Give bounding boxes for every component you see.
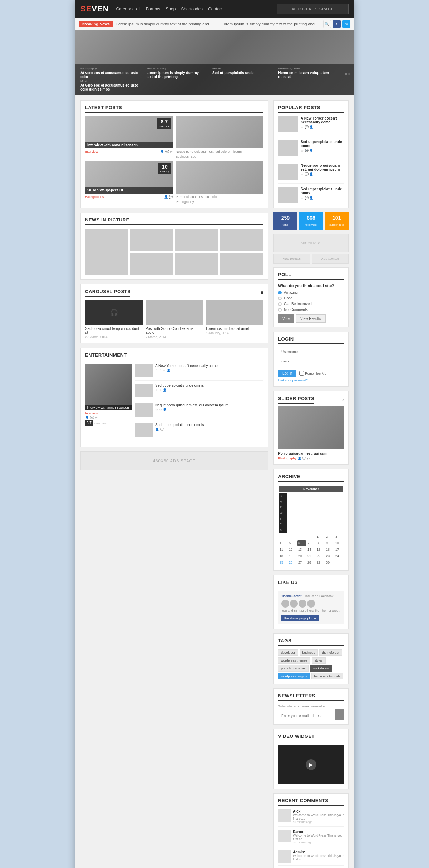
poll-radio-3[interactable] bbox=[278, 302, 282, 306]
post-cat-4: Porro quisquam est, qui dolor bbox=[176, 195, 218, 199]
slider-cat: Photography bbox=[278, 457, 296, 460]
cal-day-18: 18 bbox=[279, 553, 287, 559]
carousel-title-3: Lorem ipsum dolor sit amet bbox=[206, 327, 263, 331]
comment-time-2: 50 minutes ago bbox=[293, 841, 344, 844]
entertain-thumb-1[interactable] bbox=[135, 364, 153, 377]
facebook-stat[interactable]: 259 fans bbox=[273, 212, 297, 230]
slider-arrow[interactable]: › bbox=[342, 397, 344, 402]
nav-contact[interactable]: Contact bbox=[208, 6, 223, 11]
rss-stat[interactable]: 101 subscribers bbox=[325, 212, 349, 230]
cal-day-15: 15 bbox=[316, 547, 325, 552]
news-pic-item-2[interactable] bbox=[175, 229, 218, 251]
news-pic-item-3[interactable] bbox=[220, 229, 263, 251]
cal-day-25[interactable]: 25 bbox=[279, 560, 287, 565]
news-pic-item-1[interactable] bbox=[130, 229, 173, 251]
news-pic-item-6[interactable] bbox=[220, 253, 263, 275]
popular-thumb-2[interactable] bbox=[278, 140, 298, 156]
newsletter-input[interactable] bbox=[278, 712, 333, 720]
poll-radio-2[interactable] bbox=[278, 297, 282, 300]
username-input[interactable] bbox=[278, 348, 344, 356]
popular-thumb-4[interactable] bbox=[278, 187, 298, 203]
popular-thumb-3[interactable] bbox=[278, 164, 298, 180]
poll-option-4[interactable]: Not Comments bbox=[278, 308, 344, 312]
tag-5[interactable]: portfolio carousel bbox=[278, 665, 309, 672]
video-box[interactable]: ▶ bbox=[278, 745, 344, 784]
popular-posts-title: Popular Posts bbox=[278, 105, 344, 113]
entertainment-rating-box: 8.7 Awesome bbox=[85, 421, 132, 425]
hero-cat-1: Photography bbox=[80, 67, 139, 70]
tag-0[interactable]: developer bbox=[278, 649, 298, 656]
remember-me-checkbox[interactable] bbox=[299, 371, 304, 376]
tag-1[interactable]: business bbox=[300, 649, 318, 656]
poll-option-1[interactable]: Amazing bbox=[278, 291, 344, 294]
cal-day-3: 3 bbox=[335, 534, 343, 540]
twitter-icon[interactable]: tw bbox=[342, 20, 350, 28]
poll-option-3[interactable]: Can Be Improved bbox=[278, 302, 344, 306]
poll-radio-1[interactable] bbox=[278, 291, 282, 294]
post-thumb-3[interactable]: 10 Amazing 50 Top Wallpapers HD bbox=[85, 161, 173, 194]
carousel-thumb-2[interactable] bbox=[146, 300, 203, 325]
password-input[interactable] bbox=[278, 358, 344, 366]
play-button[interactable]: ▶ bbox=[306, 759, 316, 770]
popular-item-1: A New Yorker doesn't necessarily come ☆ … bbox=[278, 116, 344, 136]
news-in-picture-section: News in Picture bbox=[80, 213, 268, 280]
poll-option-label-3: Can Be Improved bbox=[284, 302, 312, 306]
nav-categories[interactable]: Categories 1 bbox=[116, 6, 140, 11]
popular-icons-3: ☆ 💬 👤 bbox=[301, 172, 344, 176]
site-logo[interactable]: SEVEN bbox=[80, 4, 109, 14]
post-thumb-1[interactable]: 8.7 Awesome Interview with anna nilsense… bbox=[85, 116, 173, 148]
entertainment-title: Entertainment bbox=[85, 352, 263, 360]
twitter-stat[interactable]: 668 followers bbox=[299, 212, 323, 230]
poll-radio-4[interactable] bbox=[278, 308, 282, 312]
slider-thumb[interactable] bbox=[278, 406, 344, 449]
vote-button[interactable]: Vote bbox=[278, 314, 294, 323]
entertain-icons-3: ☆ ☆ 👤 bbox=[155, 408, 228, 411]
post-thumb-2[interactable] bbox=[176, 116, 264, 148]
login-button[interactable]: Log in bbox=[278, 370, 296, 377]
hero-caption-3: Health Sed ut perspiciatis unde bbox=[212, 67, 271, 75]
entertain-thumb-4[interactable] bbox=[135, 423, 153, 437]
tag-3[interactable]: wordpress themes bbox=[278, 657, 310, 664]
search-icon[interactable]: 🔍 bbox=[323, 20, 331, 28]
tag-4[interactable]: styles bbox=[312, 657, 326, 664]
hero-slider[interactable]: Photography At vero eos et accusamus et … bbox=[75, 30, 354, 95]
tag-6[interactable]: workstation bbox=[310, 665, 332, 672]
like-us-find: Find us on Facebook bbox=[304, 594, 334, 598]
news-pic-item-4[interactable] bbox=[130, 253, 173, 275]
header-ad-space: 460x60 ADS SPACE bbox=[277, 4, 349, 14]
lost-password-link[interactable]: Lost your password? bbox=[278, 379, 344, 382]
entertain-thumb-3[interactable] bbox=[135, 403, 153, 417]
tag-7[interactable]: wordpress plugins bbox=[278, 673, 310, 679]
newsletters-title: Newsletters bbox=[278, 693, 344, 701]
carousel-thumb-1[interactable]: 🎧 bbox=[85, 300, 143, 325]
archive-title: Archive bbox=[278, 474, 344, 482]
facebook-label: fans bbox=[283, 223, 288, 226]
carousel-thumb-3[interactable] bbox=[206, 300, 263, 325]
news-pic-item-5[interactable] bbox=[175, 253, 218, 275]
cal-day-26[interactable]: 26 bbox=[288, 560, 297, 565]
entertain-thumb-2[interactable] bbox=[135, 384, 153, 397]
entertainment-main-thumb[interactable]: Interview with anna nilsensen bbox=[85, 364, 132, 410]
nav-shortcodes[interactable]: Shortcodes bbox=[181, 6, 203, 11]
nav-forums[interactable]: Forums bbox=[146, 6, 161, 11]
tag-8[interactable]: beginners tutorials bbox=[311, 673, 344, 679]
poll-option-2[interactable]: Good bbox=[278, 296, 344, 300]
post-cat-4-label: Photography bbox=[176, 200, 264, 204]
fb-page-btn[interactable]: Facebook page plugin bbox=[281, 615, 319, 621]
carousel-dot bbox=[261, 291, 263, 294]
video-widget-section: Video Widget ▶ bbox=[273, 729, 349, 789]
cal-day-30: 30 bbox=[325, 560, 334, 565]
recent-comments-title: Recent Comments bbox=[278, 798, 344, 806]
post-thumb-4[interactable] bbox=[176, 161, 264, 194]
popular-thumb-1[interactable] bbox=[278, 116, 298, 132]
post-meta-4: Porro quisquam est, qui dolor bbox=[176, 194, 264, 200]
nav-shop[interactable]: Shop bbox=[166, 6, 176, 11]
breaking-news-bar: Breaking News Lorem ipsum is simply dumm… bbox=[75, 18, 354, 30]
newsletter-submit[interactable]: → bbox=[335, 709, 344, 720]
facebook-icon[interactable]: f bbox=[333, 20, 341, 28]
news-pic-large[interactable] bbox=[85, 229, 128, 275]
remember-me-label[interactable]: Remember Me bbox=[299, 371, 326, 376]
view-results-button[interactable]: View Results bbox=[296, 314, 326, 323]
tag-2[interactable]: themeforest bbox=[319, 649, 342, 656]
cal-h-6: S bbox=[279, 527, 287, 533]
